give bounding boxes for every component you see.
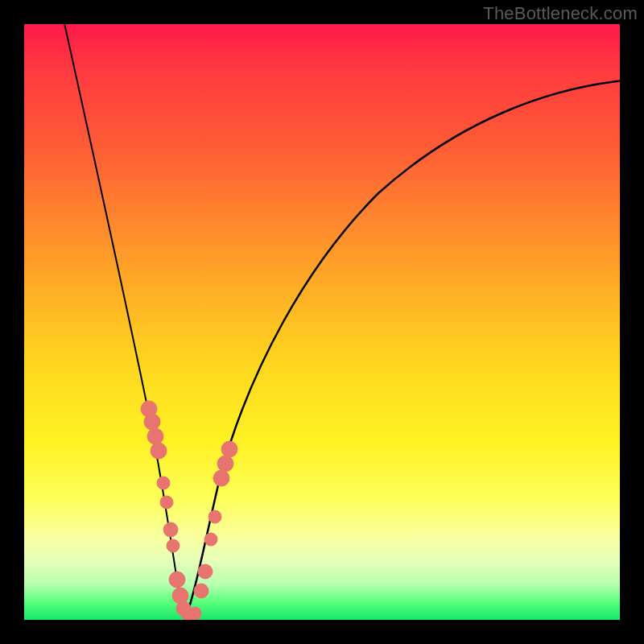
chart-frame: TheBottleneck.com [0,0,644,644]
watermark-text: TheBottleneck.com [483,3,638,24]
marker-dot [213,470,229,486]
bottleneck-curve-right [185,80,620,620]
marker-dot [194,584,208,598]
marker-dot [198,564,213,579]
marker-dot [167,539,180,552]
marker-group [141,401,237,620]
marker-dot [217,456,233,472]
marker-dot [144,414,160,430]
marker-dot [147,428,163,444]
marker-dot [221,441,237,457]
curve-layer [24,24,620,620]
plot-area [24,24,620,620]
marker-dot [157,477,170,489]
marker-dot [204,533,217,546]
marker-dot [208,510,221,523]
marker-dot [151,443,167,459]
marker-dot [160,496,173,509]
marker-dot [163,522,178,537]
marker-dot [188,607,201,620]
marker-dot [169,572,185,588]
